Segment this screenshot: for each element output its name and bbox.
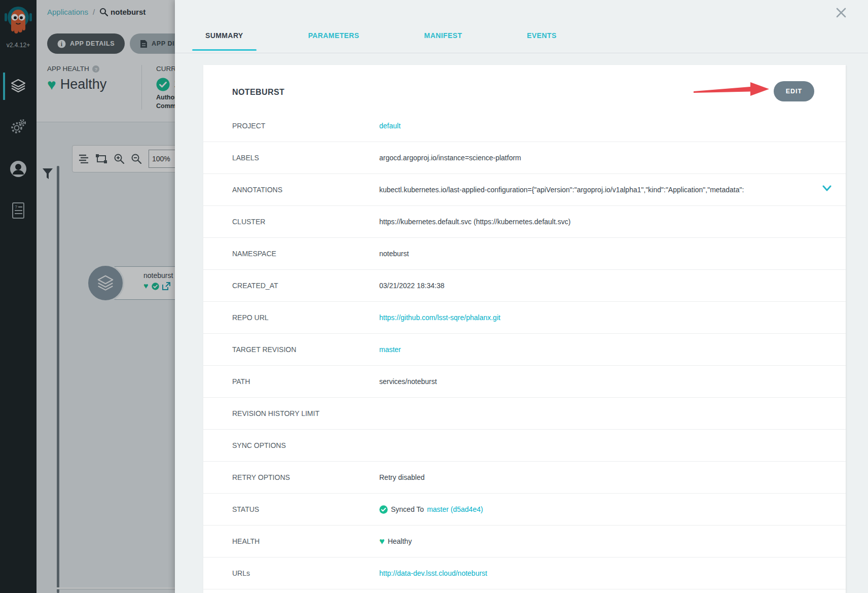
row-label: URLs: [232, 569, 379, 577]
row-annotations: ANNOTATIONS kubectl.kubernetes.io/last-a…: [203, 174, 846, 206]
modal-overlay[interactable]: [0, 0, 175, 593]
row-namespace: NAMESPACE noteburst: [203, 238, 846, 270]
page-title: NOTEBURST: [232, 88, 284, 97]
edit-button[interactable]: EDIT: [774, 81, 814, 101]
row-label: REVISION HISTORY LIMIT: [232, 409, 379, 417]
row-target-revision: TARGET REVISION master: [203, 334, 846, 366]
row-revision-history-limit: REVISION HISTORY LIMIT: [203, 398, 846, 430]
row-status: STATUS Synced To master (d5ad4e4): [203, 494, 846, 526]
row-urls: URLs http://data-dev.lsst.cloud/noteburs…: [203, 557, 846, 589]
row-repo-url: REPO URL https://github.com/lsst-sqre/ph…: [203, 302, 846, 334]
tab-summary[interactable]: SUMMARY: [205, 31, 243, 51]
synced-check-icon: [379, 505, 388, 514]
row-created-at: CREATED_AT 03/21/2022 18:34:38: [203, 270, 846, 302]
row-label: HEALTH: [232, 537, 379, 545]
close-icon[interactable]: [835, 6, 848, 19]
row-label: CLUSTER: [232, 218, 379, 226]
row-health: HEALTH ♥ Healthy: [203, 526, 846, 557]
row-label: LABELS: [232, 154, 379, 162]
row-sync-options: SYNC OPTIONS: [203, 430, 846, 462]
created-at-value: 03/21/2022 18:34:38: [379, 282, 444, 290]
row-label: PATH: [232, 377, 379, 386]
summary-card: NOTEBURST EDIT PROJECT default LABELS ar…: [203, 65, 846, 593]
row-retry-options: RETRY OPTIONS Retry disabled: [203, 462, 846, 494]
row-cluster: CLUSTER https://kubernetes.default.svc (…: [203, 206, 846, 238]
health-text: Healthy: [388, 537, 412, 545]
row-label: TARGET REVISION: [232, 345, 379, 354]
app-url-link[interactable]: http://data-dev.lsst.cloud/noteburst: [379, 569, 487, 577]
tab-events[interactable]: EVENTS: [527, 31, 556, 51]
summary-rows: PROJECT default LABELS argocd.argoproj.i…: [203, 110, 846, 589]
row-path: PATH services/noteburst: [203, 366, 846, 398]
target-revision-link[interactable]: master: [379, 345, 401, 354]
row-label: PROJECT: [232, 122, 379, 130]
annotation-arrow: [694, 80, 770, 97]
status-text: Synced To: [391, 505, 424, 513]
status-revision-link[interactable]: master (d5ad4e4): [427, 505, 483, 513]
path-value: services/noteburst: [379, 377, 437, 386]
row-project: PROJECT default: [203, 110, 846, 142]
panel-tabs: SUMMARY PARAMETERS MANIFEST EVENTS: [205, 31, 622, 51]
cluster-value: https://kubernetes.default.svc (https://…: [379, 218, 570, 226]
app-details-panel: SUMMARY PARAMETERS MANIFEST EVENTS NOTEB…: [175, 0, 868, 593]
row-label: CREATED_AT: [232, 282, 379, 290]
row-label: REPO URL: [232, 313, 379, 322]
row-label: STATUS: [232, 505, 379, 513]
namespace-value: noteburst: [379, 250, 409, 258]
tab-parameters[interactable]: PARAMETERS: [308, 31, 359, 51]
heart-icon: ♥: [379, 537, 385, 546]
annotations-value: kubectl.kubernetes.io/last-applied-confi…: [379, 186, 817, 194]
tabs-divider: [175, 53, 868, 53]
chevron-down-icon[interactable]: [822, 185, 831, 191]
row-label: SYNC OPTIONS: [232, 441, 379, 449]
row-label: RETRY OPTIONS: [232, 473, 379, 481]
row-labels: LABELS argocd.argoproj.io/instance=scien…: [203, 142, 846, 174]
row-label: ANNOTATIONS: [232, 186, 379, 194]
project-link[interactable]: default: [379, 122, 401, 130]
retry-options-value: Retry disabled: [379, 473, 425, 481]
tab-manifest[interactable]: MANIFEST: [424, 31, 462, 51]
row-label: NAMESPACE: [232, 250, 379, 258]
labels-value: argocd.argoproj.io/instance=science-plat…: [379, 154, 521, 162]
argocd-app: v2.4.12+: [0, 0, 868, 593]
repo-url-link[interactable]: https://github.com/lsst-sqre/phalanx.git: [379, 313, 500, 322]
